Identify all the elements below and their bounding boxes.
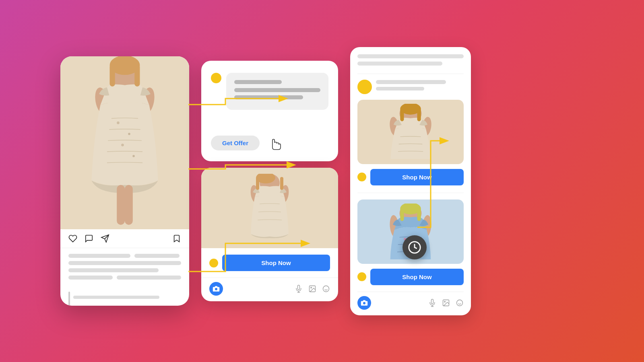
right-header-text: [376, 80, 464, 94]
main-scene: Get Offer: [60, 24, 584, 338]
svg-rect-3: [117, 185, 125, 225]
bottom-action-icons: [295, 285, 330, 293]
product-dress-illustration: [248, 174, 292, 246]
clock-icon: [408, 241, 421, 254]
offer-avatar-dot: [211, 73, 221, 83]
svg-point-10: [121, 144, 124, 146]
product-footer: Shop Now: [201, 248, 338, 278]
right-panel-header: [357, 80, 464, 94]
username-bar: [68, 254, 130, 258]
product-chat-card: Shop Now: [201, 168, 338, 301]
svg-point-44: [363, 302, 365, 304]
get-offer-button[interactable]: Get Offer: [211, 136, 260, 150]
offer-bubble: [226, 73, 328, 110]
dress-illustration: [60, 56, 189, 229]
hand-cursor-icon: [266, 134, 284, 152]
offer-button-row: Get Offer: [211, 134, 328, 152]
right-image-icon[interactable]: [442, 299, 450, 307]
image-icon[interactable]: [308, 285, 316, 293]
shop-now-button-right-2[interactable]: Shop Now: [370, 269, 464, 285]
tag-bar: [68, 276, 113, 280]
svg-point-25: [323, 286, 329, 292]
heart-icon[interactable]: [68, 234, 77, 243]
right-product-image-1: [357, 100, 464, 164]
offer-chat-card: Get Offer: [201, 61, 338, 161]
svg-point-49: [457, 300, 463, 306]
phone-text-content: [60, 248, 189, 288]
svg-point-8: [117, 121, 120, 124]
right-shop-row-2: Shop Now: [357, 269, 464, 285]
camera-icon: [213, 285, 220, 292]
right-camera-button[interactable]: [357, 296, 371, 310]
svg-rect-7: [134, 64, 140, 86]
svg-rect-18: [256, 177, 259, 190]
handle-bar: [134, 254, 180, 258]
camera-button[interactable]: [209, 282, 223, 296]
progress-text: [73, 296, 181, 302]
svg-rect-32: [400, 108, 404, 121]
right-bottom-icons: [428, 299, 464, 307]
caption-line2: [68, 268, 159, 272]
svg-point-24: [311, 287, 312, 288]
svg-point-9: [128, 133, 130, 135]
right-dot-2: [357, 272, 366, 281]
chat-bottom-bar: [201, 278, 338, 301]
svg-point-20: [215, 288, 217, 290]
right-sticker-icon[interactable]: [456, 299, 464, 307]
svg-rect-6: [110, 64, 115, 86]
shop-now-button-middle[interactable]: Shop Now: [222, 255, 330, 271]
shop-now-button-right-1[interactable]: Shop Now: [370, 169, 464, 185]
right-dot-1: [357, 173, 366, 181]
svg-rect-42: [400, 208, 404, 221]
share-icon[interactable]: [101, 234, 109, 243]
progress-accent: [68, 292, 70, 306]
comment-icon[interactable]: [85, 234, 93, 243]
right-panel: Shop Now: [350, 47, 471, 315]
product-avatar-dot: [209, 259, 218, 267]
svg-point-11: [132, 155, 135, 157]
right-camera-icon: [361, 299, 368, 306]
left-action-icons: [68, 234, 109, 243]
right-panel-footer: [357, 292, 464, 315]
phone-actions-bar: [60, 229, 189, 248]
phone-card: [60, 56, 189, 306]
sticker-icon[interactable]: [322, 285, 330, 293]
svg-rect-4: [125, 185, 133, 225]
bookmark-icon[interactable]: [172, 234, 181, 243]
right-shop-row-1: Shop Now: [357, 169, 464, 185]
middle-panel: Get Offer: [201, 61, 338, 301]
clock-badge: [402, 235, 427, 259]
mic-icon[interactable]: [295, 285, 303, 293]
right-product-block-1: Shop Now: [357, 100, 464, 185]
right-mic-icon[interactable]: [428, 299, 436, 307]
tag-bar2: [117, 276, 181, 280]
progress-section: [60, 288, 189, 306]
svg-rect-19: [280, 177, 283, 190]
product-photo: [201, 168, 338, 248]
right-dress-1: [388, 104, 433, 160]
phone-photo: [60, 56, 189, 229]
svg-rect-33: [417, 108, 421, 121]
caption-line1: [68, 261, 181, 265]
svg-point-48: [444, 301, 446, 302]
svg-rect-43: [417, 208, 421, 221]
right-avatar: [357, 80, 372, 94]
